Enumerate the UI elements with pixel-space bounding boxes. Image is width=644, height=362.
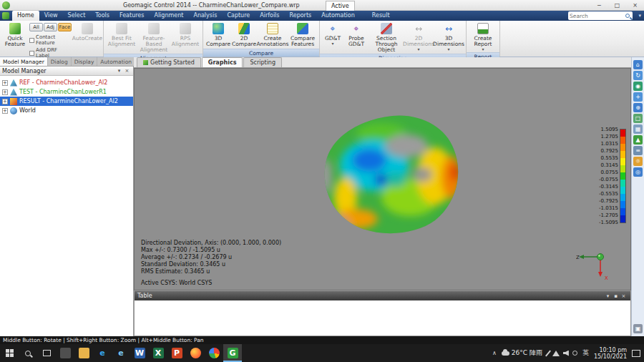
- dimensions-2d-button[interactable]: ↔ 2D Dimensions ▾: [404, 22, 434, 52]
- table-close-icon[interactable]: ×: [620, 293, 628, 299]
- chrome-icon[interactable]: [205, 344, 223, 362]
- tab-alignment[interactable]: Alignment: [149, 11, 188, 21]
- create-report-button[interactable]: Create Report ▾: [469, 22, 497, 52]
- action-center-icon[interactable]: [632, 350, 640, 357]
- file-explorer-icon[interactable]: [74, 344, 93, 362]
- tray-expand-icon[interactable]: ∧: [492, 350, 497, 356]
- tab-reports[interactable]: Reports: [285, 11, 317, 21]
- sidebar-tab-model-manager[interactable]: Model Manager: [0, 57, 48, 66]
- task-view-button[interactable]: [37, 344, 56, 362]
- create-annotations-button[interactable]: Create Annotations: [257, 22, 288, 48]
- language-indicator[interactable]: 英: [582, 348, 589, 358]
- shade-icon[interactable]: ▲: [633, 135, 643, 145]
- search-box[interactable]: [568, 11, 633, 20]
- powerpoint-icon[interactable]: P: [167, 344, 186, 362]
- table-pin-icon[interactable]: ▪: [612, 293, 620, 299]
- redraw-icon[interactable]: ↻: [633, 71, 643, 80]
- rotate-view-icon[interactable]: ◉: [633, 82, 643, 91]
- rps-alignment-button[interactable]: RPS Alignment: [170, 22, 200, 48]
- home-view-icon[interactable]: ⌂: [633, 60, 643, 69]
- tab-view[interactable]: View: [39, 11, 63, 21]
- tab-airfoils[interactable]: Airfoils: [255, 11, 284, 21]
- deviation-model-3d[interactable]: [313, 112, 471, 240]
- tray-misc-icon[interactable]: [572, 351, 577, 356]
- zoom-icon[interactable]: ⊕: [633, 103, 643, 112]
- panel-close-icon[interactable]: ×: [123, 68, 131, 74]
- quick-feature-button[interactable]: Quick Feature: [2, 22, 28, 48]
- autocreate-button[interactable]: AutoCreate: [74, 22, 101, 42]
- tab-features[interactable]: Features: [114, 11, 149, 21]
- active-config-tab[interactable]: Active: [326, 1, 355, 11]
- tab-graphics[interactable]: Graphics: [202, 57, 243, 67]
- gdt-button[interactable]: ⌖ GD&T ▾: [322, 22, 343, 47]
- snapshot-icon[interactable]: ▣: [633, 324, 643, 333]
- panel-menu-icon[interactable]: ▾: [115, 68, 123, 74]
- start-button[interactable]: [0, 344, 19, 362]
- filter-adj-button[interactable]: Adj: [44, 23, 57, 31]
- tab-getting-started[interactable]: Getting Started: [137, 57, 201, 67]
- clock[interactable]: 10:10 pm 15/10/2021: [594, 347, 627, 360]
- tab-analysis[interactable]: Analysis: [188, 11, 222, 21]
- tree-item-0[interactable]: + REF - CharmineChanLower_Al2: [0, 78, 133, 87]
- tree-item-1[interactable]: + TEST - CharmineChanLowerR1: [0, 87, 133, 97]
- tab-select[interactable]: Select: [63, 11, 91, 21]
- expand-icon[interactable]: +: [2, 89, 8, 95]
- pan-icon[interactable]: +: [633, 92, 643, 102]
- probe-gdt-button[interactable]: ⌖ Probe GD&T: [343, 22, 369, 48]
- maximize-button[interactable]: □: [608, 0, 626, 11]
- filter-all-button[interactable]: All: [29, 23, 43, 31]
- taskbar-search-button[interactable]: [19, 344, 37, 362]
- dimensions-3d-button[interactable]: ↔ 3D Dimensions ▾: [434, 22, 464, 52]
- tab-scripting[interactable]: Scripting: [243, 57, 282, 67]
- wireframe-icon[interactable]: ≡: [633, 146, 643, 155]
- app-window: Geomagic Control 2014 -- CharmineChanLow…: [0, 0, 644, 362]
- word-icon[interactable]: W: [130, 344, 149, 362]
- table-menu-icon[interactable]: ▾: [604, 293, 612, 299]
- compare-2d-button[interactable]: 2D Compare: [231, 22, 257, 48]
- search-icon[interactable]: [625, 14, 630, 18]
- tree-item-2[interactable]: + RESULT - CharmineChanLower_Al2: [0, 97, 133, 106]
- tree-item-3[interactable]: + World: [0, 106, 133, 115]
- tab-home[interactable]: Home: [12, 11, 39, 21]
- contact-feature-checkbox[interactable]: Contact Feature: [29, 34, 72, 46]
- tab-result[interactable]: Result: [367, 11, 395, 21]
- network-icon[interactable]: [552, 351, 560, 356]
- search-options-icon[interactable]: ▾: [638, 13, 641, 19]
- close-button[interactable]: ×: [626, 0, 644, 11]
- minimize-button[interactable]: ─: [590, 0, 608, 11]
- spin-icon[interactable]: ◎: [633, 167, 643, 177]
- compare-features-button[interactable]: Compare Features: [288, 22, 317, 48]
- zoom-window-icon[interactable]: □: [633, 114, 643, 123]
- grid-icon[interactable]: ▦: [633, 124, 643, 134]
- sidebar-tab-display[interactable]: Display: [72, 57, 98, 66]
- light-icon[interactable]: ☼: [633, 157, 643, 166]
- feature-based-alignment-button[interactable]: Feature-Based Alignment: [137, 22, 170, 54]
- compare-3d-button[interactable]: 3D Compare: [205, 22, 231, 48]
- display-app-icon[interactable]: [56, 344, 74, 362]
- internet-explorer-icon[interactable]: e: [112, 344, 130, 362]
- edge-icon[interactable]: e: [93, 344, 112, 362]
- section-through-object-button[interactable]: Section Through Object: [369, 22, 404, 54]
- search-input[interactable]: [570, 13, 625, 19]
- excel-icon[interactable]: X: [149, 344, 167, 362]
- expand-icon[interactable]: +: [2, 80, 8, 86]
- volume-icon[interactable]: [563, 351, 569, 356]
- geomagic-icon[interactable]: G: [223, 344, 242, 362]
- sidebar-tab-dialog[interactable]: Dialog: [48, 57, 72, 66]
- tab-automation[interactable]: Automation: [316, 11, 360, 21]
- expand-icon[interactable]: +: [2, 108, 8, 114]
- rps-alignment-icon: [180, 23, 191, 34]
- orientation-axes[interactable]: Z X: [576, 248, 610, 281]
- best-fit-alignment-button[interactable]: Best Fit Alignment: [106, 22, 137, 48]
- filter-face-button[interactable]: Face: [58, 23, 72, 31]
- weather-widget[interactable]: 26°C 陣雨: [502, 348, 542, 358]
- pen-icon[interactable]: [545, 350, 551, 356]
- table-panel-header[interactable]: Table ▾ ▪ ×: [135, 291, 630, 300]
- expand-icon[interactable]: +: [2, 99, 8, 104]
- tab-tools[interactable]: Tools: [90, 11, 114, 21]
- graphics-viewport[interactable]: 1.5095 1.2705 1.0315 0.7925 0.5535 0.314…: [134, 68, 631, 290]
- sidebar-tab-automation[interactable]: Automation: [97, 57, 135, 66]
- tab-capture[interactable]: Capture: [222, 11, 255, 21]
- firefox-icon[interactable]: [186, 344, 205, 362]
- app-menu-icon[interactable]: [2, 12, 9, 19]
